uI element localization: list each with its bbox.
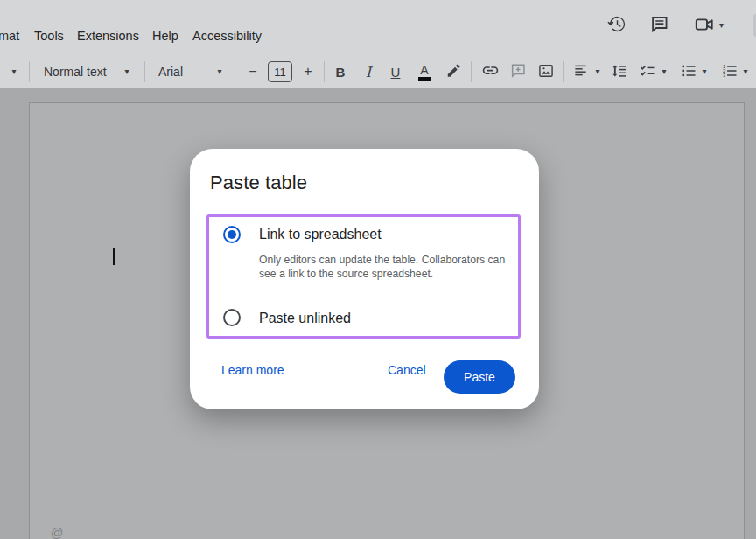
bulleted-list-caret[interactable]: ▾ bbox=[698, 54, 710, 89]
toolbar-separator bbox=[471, 61, 472, 82]
dialog-title: Paste table bbox=[210, 172, 307, 194]
learn-more-link[interactable]: Learn more bbox=[221, 363, 284, 377]
toolbar-separator bbox=[144, 61, 145, 82]
menubar: mat Tools Extensions Help Accessibility bbox=[0, 29, 756, 46]
paragraph-styles-select[interactable]: Normal text bbox=[44, 54, 107, 89]
cancel-button[interactable]: Cancel bbox=[388, 363, 426, 377]
highlight-icon bbox=[445, 62, 462, 81]
option-description: Only editors can update the table. Colla… bbox=[259, 253, 505, 281]
numbered-list-icon: 123 bbox=[721, 62, 738, 82]
insert-link-button[interactable] bbox=[480, 54, 500, 89]
insert-image-button[interactable] bbox=[536, 54, 556, 89]
text-cursor bbox=[113, 248, 115, 265]
description-line-2: see a link to the source spreadsheet. bbox=[259, 267, 505, 281]
paste-table-dialog: Paste table Link to spreadsheet Only edi… bbox=[190, 149, 539, 410]
line-spacing-button[interactable] bbox=[610, 54, 629, 89]
checklist-button[interactable] bbox=[638, 54, 657, 89]
numbered-list-button[interactable]: 123 bbox=[720, 54, 739, 89]
checklist-caret[interactable]: ▾ bbox=[658, 54, 670, 89]
description-line-1: Only editors can update the table. Colla… bbox=[259, 253, 505, 267]
toolbar-separator bbox=[234, 61, 235, 82]
toolbar-separator bbox=[324, 61, 325, 82]
align-caret[interactable]: ▾ bbox=[592, 54, 604, 89]
font-size-input[interactable]: 11 bbox=[268, 61, 292, 82]
bulleted-list-icon bbox=[680, 62, 697, 82]
text-color-button[interactable]: A bbox=[416, 54, 432, 89]
checklist-icon bbox=[639, 62, 656, 82]
toolbar-separator bbox=[564, 61, 564, 82]
menu-item-help[interactable]: Help bbox=[152, 29, 178, 43]
toolbar-separator bbox=[29, 61, 30, 82]
add-comment-icon bbox=[509, 62, 527, 82]
at-mention-glyph: @ bbox=[51, 526, 63, 539]
numbered-list-caret[interactable]: ▾ bbox=[739, 54, 752, 89]
menu-item-accessibility[interactable]: Accessibility bbox=[192, 29, 262, 43]
align-left-icon bbox=[573, 62, 590, 81]
increase-font-size-button[interactable]: + bbox=[301, 54, 315, 89]
text-color-icon: A bbox=[418, 64, 430, 80]
add-comment-button[interactable] bbox=[508, 54, 528, 89]
app-header: ▾ mat Tools Extensions Help Accessibilit… bbox=[0, 0, 756, 88]
decrease-font-size-button[interactable]: − bbox=[246, 54, 260, 89]
paste-button[interactable]: Paste bbox=[444, 360, 515, 394]
bold-button[interactable]: B bbox=[333, 54, 347, 89]
radio-link-to-spreadsheet[interactable] bbox=[223, 226, 241, 243]
option-label-paste-unlinked[interactable]: Paste unlinked bbox=[259, 311, 351, 326]
svg-text:3: 3 bbox=[723, 73, 725, 78]
insert-image-icon bbox=[537, 62, 555, 82]
menu-item-extensions[interactable]: Extensions bbox=[77, 29, 139, 43]
menu-item-format-partial[interactable]: mat bbox=[0, 29, 19, 43]
highlight-button[interactable] bbox=[444, 54, 462, 89]
underline-button[interactable]: U bbox=[388, 54, 402, 89]
align-button[interactable] bbox=[572, 54, 590, 89]
insert-link-icon bbox=[481, 61, 500, 82]
font-family-select[interactable]: Arial bbox=[158, 54, 183, 89]
menu-item-tools[interactable]: Tools bbox=[34, 29, 64, 43]
radio-dot bbox=[228, 230, 236, 239]
radio-paste-unlinked[interactable] bbox=[223, 309, 241, 326]
styles-caret[interactable]: ▾ bbox=[121, 54, 133, 89]
toolbar: ▾ Normal text ▾ Arial ▾ − 11 + B I U A bbox=[0, 54, 756, 89]
font-caret[interactable]: ▾ bbox=[214, 54, 226, 89]
toolbar-overflow-caret[interactable]: ▾ bbox=[7, 54, 21, 89]
italic-button[interactable]: I bbox=[361, 54, 375, 89]
option-label-link-to-spreadsheet[interactable]: Link to spreadsheet bbox=[259, 227, 382, 242]
bulleted-list-button[interactable] bbox=[679, 54, 698, 89]
line-spacing-icon bbox=[611, 62, 628, 82]
